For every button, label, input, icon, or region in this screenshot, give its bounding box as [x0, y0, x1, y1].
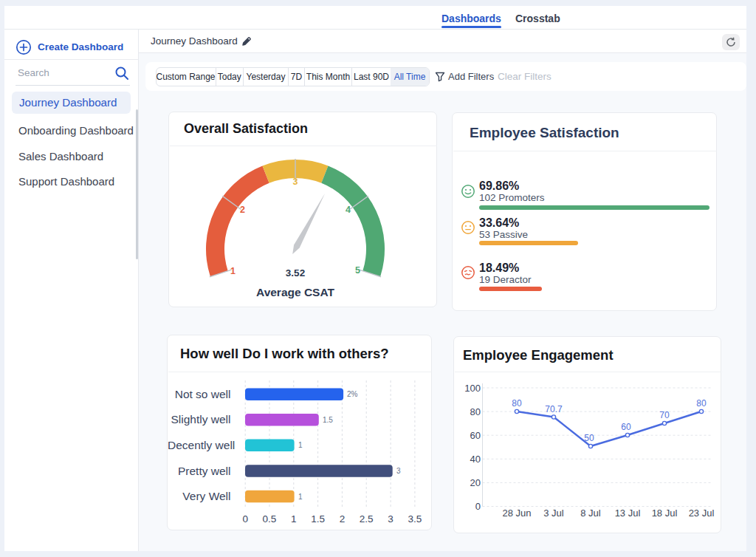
- svg-text:2%: 2%: [347, 390, 358, 398]
- svg-text:Average CSAT: Average CSAT: [256, 286, 334, 298]
- svg-text:70: 70: [659, 410, 670, 420]
- svg-text:80: 80: [512, 398, 522, 409]
- svg-text:0: 0: [475, 501, 481, 512]
- svg-text:3.5: 3.5: [408, 513, 422, 524]
- svg-text:1.5: 1.5: [323, 416, 333, 424]
- svg-text:80: 80: [470, 406, 481, 417]
- svg-text:28 Jun: 28 Jun: [502, 508, 531, 519]
- svg-text:2: 2: [240, 205, 245, 215]
- svg-text:3: 3: [396, 467, 401, 475]
- svg-text:3: 3: [388, 513, 394, 524]
- svg-text:100: 100: [464, 383, 481, 394]
- svg-text:8 Jul: 8 Jul: [580, 508, 601, 519]
- svg-text:40: 40: [470, 454, 481, 465]
- svg-text:3.52: 3.52: [286, 267, 305, 278]
- svg-text:2.5: 2.5: [360, 513, 374, 524]
- svg-text:0.5: 0.5: [263, 513, 277, 524]
- svg-text:3: 3: [293, 177, 298, 187]
- svg-text:2: 2: [340, 513, 346, 524]
- svg-text:18 Jul: 18 Jul: [652, 508, 678, 519]
- svg-text:20: 20: [470, 477, 481, 488]
- svg-text:1: 1: [298, 493, 303, 501]
- svg-text:50: 50: [584, 433, 594, 443]
- svg-text:60: 60: [470, 430, 481, 441]
- svg-text:80: 80: [696, 398, 707, 409]
- svg-text:1.5: 1.5: [311, 513, 325, 524]
- svg-text:60: 60: [621, 422, 631, 432]
- svg-text:1: 1: [298, 441, 303, 449]
- svg-text:0: 0: [242, 513, 248, 524]
- svg-text:1: 1: [291, 513, 297, 524]
- svg-text:5: 5: [355, 265, 360, 276]
- svg-text:23 Jul: 23 Jul: [689, 508, 715, 519]
- svg-text:13 Jul: 13 Jul: [615, 508, 641, 519]
- svg-text:70.7: 70.7: [545, 404, 563, 414]
- svg-text:3 Jul: 3 Jul: [543, 508, 564, 519]
- svg-text:1: 1: [230, 266, 236, 276]
- svg-text:4: 4: [346, 205, 351, 215]
